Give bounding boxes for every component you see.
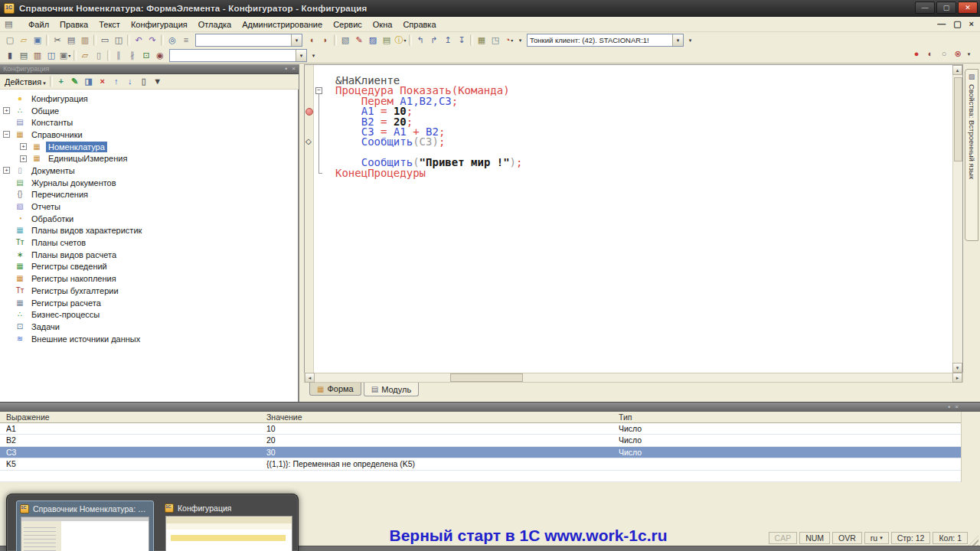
scroll-up-icon[interactable]: ▴ — [952, 65, 962, 75]
close-icon[interactable]: × — [292, 65, 296, 72]
watch-row-a1[interactable]: A1 10 Число — [0, 423, 961, 435]
column-header-value[interactable]: Значение — [266, 412, 611, 422]
toolbar-help-contents[interactable]: ▤ — [381, 34, 394, 47]
tree-item-accounts[interactable]: Тт Планы счетов — [0, 236, 298, 249]
switcher-item-catalog-form[interactable]: Справочник Номенклатура: Ф... — [16, 500, 154, 551]
toolbar-open-module[interactable]: ▧ — [339, 34, 352, 47]
tree-item-info-registers[interactable]: ▦ Регистры сведений — [0, 261, 298, 273]
tree-item-documents[interactable]: + ▯ Документы — [0, 165, 298, 177]
toolbar-breakpoint-temp[interactable]: ◐ — [924, 47, 937, 60]
toolbar-performance-measure[interactable]: ◔ — [503, 34, 516, 47]
menu-text[interactable]: Текст — [93, 18, 126, 31]
tab-properties-built-in-language[interactable]: ▨ Свойства: Встроенный язык — [965, 69, 978, 241]
window-thumbnail[interactable] — [165, 516, 292, 551]
tree-item-processors[interactable]: ◔ Обработки — [0, 213, 298, 225]
tree-item-calc-registers[interactable]: ▦ Регистры расчета — [0, 297, 298, 309]
action-add[interactable]: + — [54, 75, 67, 88]
debug-client-combo[interactable]: Тонкий клиент: (42). STACIONAR:1! ▾ — [527, 34, 684, 47]
toolbar-breakpoint-disable[interactable]: ○ — [938, 47, 951, 60]
toolbar-open[interactable]: ▱ — [18, 34, 31, 47]
toolbar-proc-list[interactable]: ↥ — [442, 34, 455, 47]
panel-splitter[interactable] — [299, 64, 304, 402]
status-lang[interactable]: ru ▾ — [864, 532, 889, 544]
tree-item-reports[interactable]: ▧ Отчеты — [0, 201, 298, 213]
tree-item-units[interactable]: + ▦ ЕдиницыИзмерения — [0, 152, 298, 165]
switcher-item-configuration[interactable]: Конфигурация — [162, 500, 296, 551]
toolbar-find-prev[interactable]: ◗ — [319, 34, 332, 47]
toolbar-print[interactable]: ▭ — [99, 34, 112, 47]
tree-item-enums[interactable]: {} Перечисления — [0, 189, 298, 201]
toolbar-uncomment[interactable]: ∦ — [126, 49, 139, 62]
watch-row-k5[interactable]: K5 {(1,1)}: Переменная не определена (K5… — [0, 458, 961, 470]
scroll-left-icon[interactable]: ◂ — [305, 373, 315, 383]
toolbar-form-editor[interactable]: ◫ — [45, 49, 58, 62]
mdi-close-button[interactable]: × — [969, 19, 974, 29]
action-properties[interactable]: ▯ — [137, 75, 150, 88]
menu-service[interactable]: Сервис — [328, 18, 368, 31]
status-num[interactable]: NUM ▾ — [799, 532, 830, 544]
fold-toggle-icon[interactable]: − — [315, 87, 322, 94]
watch-row-c3[interactable]: C3 30 Число — [0, 447, 961, 458]
minimize-button[interactable]: — — [915, 2, 935, 14]
status-caps[interactable]: CAP ▾ — [769, 532, 798, 544]
toolbar-find[interactable]: ◎ — [166, 34, 179, 47]
actions-menu-button[interactable]: Действия — [0, 77, 48, 86]
menu-debug[interactable]: Отладка — [193, 18, 237, 31]
tree-item-nomenclature[interactable]: + ▦ Номенклатура — [0, 141, 298, 153]
tree-item-char-types[interactable]: ▦ Планы видов характеристик — [0, 225, 298, 237]
toolbar-save[interactable]: ▣ — [31, 34, 44, 47]
tab-module[interactable]: ▤ Модуль — [364, 383, 419, 396]
toolbar-overflow-chevron[interactable]: ▾ — [686, 34, 694, 47]
editor-vscrollbar[interactable]: ▴ ▾ — [952, 65, 962, 373]
breakpoint-icon[interactable] — [305, 108, 313, 116]
close-icon[interactable]: × — [955, 403, 959, 410]
toolbar-delete-fragment[interactable]: ▯ — [93, 49, 106, 62]
toolbar-copy-fragment[interactable]: ▱ — [79, 49, 92, 62]
tree-item-config[interactable]: ● Конфигурация — [0, 93, 298, 105]
mdi-minimize-button[interactable]: — — [937, 19, 946, 29]
toolbar-new[interactable]: ▢ — [4, 34, 17, 47]
tree-item-tasks[interactable]: ⊡ Задачи — [0, 321, 298, 333]
toolbar-find-next[interactable]: ◖ — [305, 34, 318, 47]
toolbar-comment[interactable]: ∥ — [113, 49, 126, 62]
close-button[interactable]: ✕ — [958, 2, 978, 14]
chevron-down-icon[interactable]: ▾ — [291, 34, 302, 46]
status-ovr[interactable]: OVR ▾ — [832, 532, 862, 544]
toolbar-find-list[interactable]: ≡ — [180, 34, 193, 47]
action-move-down[interactable]: ↓ — [123, 75, 136, 88]
toolbar-properties[interactable]: ▤ — [18, 49, 31, 62]
tree-item-common[interactable]: + ∴ Общие — [0, 105, 298, 117]
watch-row-b2[interactable]: B2 20 Число — [0, 435, 961, 446]
toolbar-output-table[interactable]: ▥ — [31, 49, 44, 62]
watch-panel-caption[interactable]: ▪ × — [0, 402, 980, 412]
toolbar-edit-object[interactable]: ▨ — [367, 34, 380, 47]
toolbar-overflow-chevron[interactable]: ▾ — [516, 34, 524, 47]
action-copy[interactable]: ◨ — [82, 75, 95, 88]
toolbar-proc-next[interactable]: ↱ — [428, 34, 441, 47]
tree-item-calc-types[interactable]: ∗ Планы видов расчета — [0, 249, 298, 261]
toolbar-back[interactable]: ↶ — [132, 34, 145, 47]
scroll-down-icon[interactable]: ▾ — [952, 363, 962, 373]
toolbar-goto-definition[interactable]: ↧ — [456, 34, 469, 47]
watch-row-empty[interactable] — [0, 471, 961, 482]
expand-toggle-icon[interactable]: − — [3, 131, 10, 138]
expand-toggle-icon[interactable]: + — [20, 155, 27, 162]
menu-windows[interactable]: Окна — [368, 18, 398, 31]
chevron-down-icon[interactable]: ▾ — [296, 50, 306, 61]
tree-item-ext-sources[interactable]: ≋ Внешние источники данных — [0, 333, 298, 345]
column-header-expression[interactable]: Выражение — [6, 412, 259, 422]
toolbar-overflow-chevron[interactable]: ▾ — [965, 47, 973, 60]
action-edit[interactable]: ✎ — [68, 75, 81, 88]
menu-file[interactable]: Файл — [23, 18, 54, 31]
toolbar-add-wizard[interactable]: ▣ — [59, 49, 72, 62]
toolbar-breakpoint[interactable]: ● — [910, 47, 923, 60]
toolbar-lock[interactable]: ▮ — [4, 49, 17, 62]
toolbar-find-procedure[interactable]: ◉ — [154, 49, 167, 62]
watch-scroll-gutter[interactable] — [961, 412, 980, 482]
tree-item-acc-registers[interactable]: Тт Регистры бухгалтерии — [0, 285, 298, 297]
pin-icon[interactable]: ▪ — [948, 403, 950, 410]
toolbar-show-calls[interactable]: ◳ — [489, 34, 502, 47]
hscroll-thumb[interactable] — [450, 373, 523, 382]
pin-icon[interactable]: ▪ — [285, 65, 287, 72]
scroll-right-icon[interactable]: ▸ — [952, 373, 962, 383]
